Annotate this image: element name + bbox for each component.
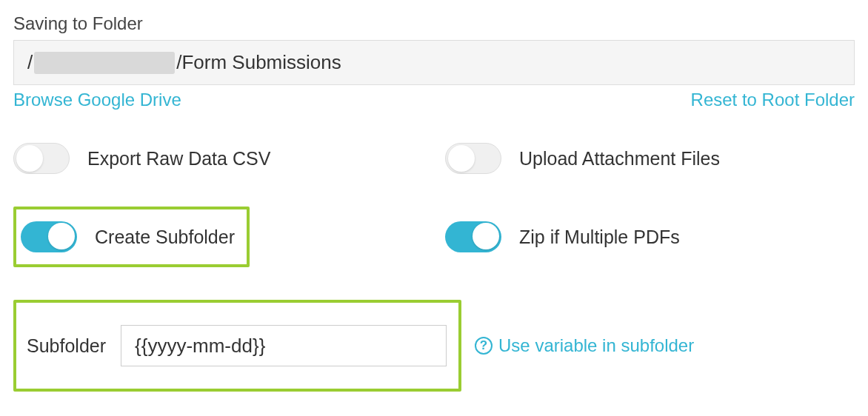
upload-attachment-toggle-item: Upload Attachment Files: [445, 143, 855, 174]
toggle-knob: [473, 223, 499, 249]
create-subfolder-toggle-item: Create Subfolder: [21, 221, 235, 252]
reset-root-link[interactable]: Reset to Root Folder: [691, 90, 855, 110]
subfolder-input[interactable]: [121, 325, 447, 366]
toggle-knob: [48, 223, 75, 249]
create-subfolder-highlight: Create Subfolder: [13, 207, 423, 267]
zip-multiple-toggle[interactable]: [445, 221, 501, 252]
create-subfolder-toggle[interactable]: [21, 221, 77, 252]
toggle-knob: [448, 145, 475, 172]
folder-path-display: / /Form Submissions: [13, 40, 855, 85]
subfolder-label: Subfolder: [27, 335, 106, 357]
subfolder-highlight: Subfolder: [13, 300, 461, 392]
section-label: Saving to Folder: [13, 13, 855, 34]
use-variable-text: Use variable in subfolder: [498, 335, 694, 356]
zip-multiple-label: Zip if Multiple PDFs: [519, 227, 680, 248]
toggle-knob: [16, 145, 43, 172]
folder-links-row: Browse Google Drive Reset to Root Folder: [13, 90, 855, 110]
export-raw-label: Export Raw Data CSV: [87, 148, 270, 170]
upload-attachment-toggle[interactable]: [445, 143, 501, 174]
export-raw-toggle-item: Export Raw Data CSV: [13, 143, 423, 174]
subfolder-row: Subfolder ? Use variable in subfolder: [13, 300, 855, 392]
browse-drive-link[interactable]: Browse Google Drive: [13, 90, 181, 110]
path-suffix: /Form Submissions: [176, 51, 341, 74]
use-variable-link[interactable]: ? Use variable in subfolder: [475, 335, 694, 356]
export-raw-toggle[interactable]: [13, 143, 70, 174]
redacted-segment: [34, 52, 175, 74]
upload-attachment-label: Upload Attachment Files: [519, 148, 720, 170]
help-icon: ?: [475, 337, 493, 355]
path-prefix: /: [27, 51, 33, 74]
zip-multiple-toggle-item: Zip if Multiple PDFs: [445, 207, 855, 267]
create-subfolder-label: Create Subfolder: [95, 227, 235, 248]
toggles-grid: Export Raw Data CSV Upload Attachment Fi…: [13, 143, 855, 267]
